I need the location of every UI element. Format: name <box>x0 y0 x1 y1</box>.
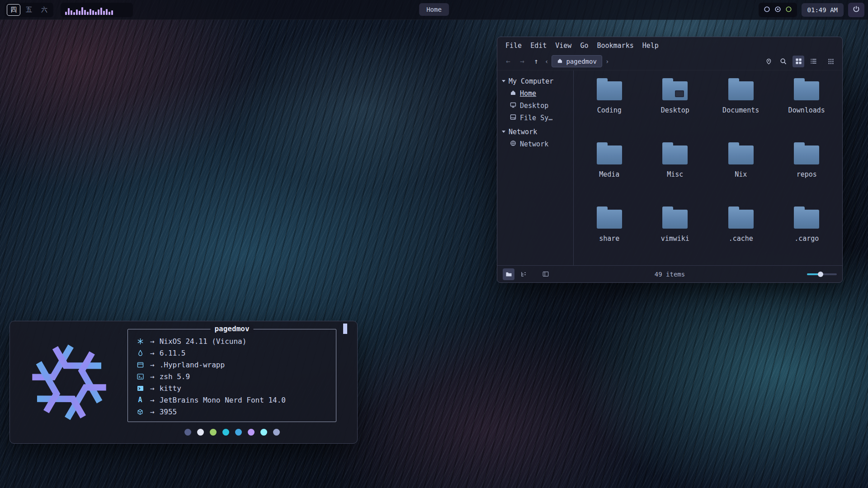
tray-icon-2[interactable] <box>774 6 781 14</box>
palette-dot <box>210 429 217 436</box>
menu-go[interactable]: Go <box>580 42 588 51</box>
folder-item-media[interactable]: Media <box>576 139 642 203</box>
fetch-value: NixOS 24.11 (Vicuna) <box>160 337 247 346</box>
folder-item-cargo[interactable]: .cargo <box>774 203 840 267</box>
visualizer-bar <box>106 9 108 15</box>
folder-label: share <box>599 235 619 243</box>
folder-icon <box>597 145 622 164</box>
folder-icon <box>662 210 688 229</box>
location-pin-button[interactable] <box>763 56 774 67</box>
file-manager-window: File Edit View Go Bookmarks Help ← → ↑ ‹… <box>497 37 843 283</box>
audio-visualizer <box>61 3 133 17</box>
visualizer-bar <box>65 12 67 15</box>
sidebar-item-desktop[interactable]: Desktop <box>502 99 573 112</box>
folder-item-repos[interactable]: repos <box>774 139 840 203</box>
menu-file[interactable]: File <box>505 42 522 51</box>
tray-icon-1[interactable] <box>764 6 770 14</box>
shell-icon <box>135 374 145 380</box>
folder-item-misc[interactable]: Misc <box>642 139 708 203</box>
sidebar-section-my-computer[interactable]: My Computer <box>502 75 573 87</box>
fetch-arrow: → <box>150 337 155 346</box>
home-icon <box>510 89 516 98</box>
terminal-cursor <box>343 324 347 334</box>
tree-view-button[interactable] <box>518 268 529 280</box>
power-icon <box>853 5 860 14</box>
power-button[interactable] <box>848 3 864 17</box>
apps-grid-button[interactable] <box>825 56 837 67</box>
menu-bookmarks[interactable]: Bookmarks <box>597 42 633 51</box>
folder-item-documents[interactable]: Documents <box>708 75 774 139</box>
status-bar: 49 items <box>497 265 842 282</box>
color-palette <box>127 429 336 436</box>
palette-dot <box>248 429 255 436</box>
sidebar-item-filesystem[interactable]: File Sy… <box>502 112 573 124</box>
package-icon <box>135 408 145 415</box>
folder-label: Nix <box>735 170 747 178</box>
sidebar-item-network[interactable]: Network <box>502 138 573 150</box>
workspace-2[interactable]: 五 <box>22 4 36 16</box>
workspace-1[interactable]: 四 <box>7 4 20 16</box>
visualizer-bar <box>95 12 97 15</box>
fetch-value: zsh 5.9 <box>160 372 190 381</box>
path-scroll-left-icon[interactable]: ‹ <box>545 58 548 65</box>
zoom-slider[interactable] <box>807 273 837 275</box>
path-bar[interactable]: pagedmov <box>552 55 602 67</box>
folder-icon <box>597 81 622 100</box>
tray-icon-3[interactable] <box>785 6 792 14</box>
visualizer-bar <box>76 9 78 15</box>
forward-button[interactable]: → <box>517 57 528 66</box>
visualizer-bar <box>98 9 99 15</box>
folder-item-desktop[interactable]: Desktop <box>642 75 708 139</box>
workspace-3[interactable]: 六 <box>38 4 51 16</box>
visualizer-bar <box>84 10 86 15</box>
folder-label: Documents <box>722 106 759 114</box>
folder-label: repos <box>797 170 817 178</box>
folder-icon <box>794 210 819 229</box>
icon-view-button[interactable] <box>793 56 804 67</box>
window-manager-icon <box>135 362 145 368</box>
fetch-arrow: → <box>150 372 155 381</box>
side-pane-toggle-button[interactable] <box>540 268 552 280</box>
menu-view[interactable]: View <box>555 42 571 51</box>
search-button[interactable] <box>778 56 789 67</box>
top-bar-center: Home <box>419 3 449 16</box>
fastfetch-output: pagedmov → NixOS 24.11 (Vicuna) → 6.11.5 <box>127 329 336 436</box>
path-scroll-right-icon[interactable]: › <box>605 58 609 65</box>
monitor-icon <box>510 102 516 110</box>
sidebar-section-network[interactable]: Network <box>502 126 573 138</box>
folder-icon <box>662 145 688 164</box>
folder-item-coding[interactable]: Coding <box>576 75 642 139</box>
folder-label: Downloads <box>788 106 825 114</box>
menu-edit[interactable]: Edit <box>530 42 547 51</box>
folder-label: Misc <box>667 170 683 178</box>
folder-item-nix[interactable]: Nix <box>708 139 774 203</box>
sidebar-item-label: Desktop <box>520 102 548 110</box>
nixos-logo <box>26 339 112 425</box>
menu-bar: File Edit View Go Bookmarks Help <box>497 37 842 52</box>
palette-dot <box>197 429 204 436</box>
show-folders-button[interactable] <box>503 268 514 280</box>
sidebar-item-home[interactable]: Home <box>502 87 573 99</box>
zoom-slider-knob[interactable] <box>818 272 823 277</box>
collapse-triangle-icon <box>502 80 505 82</box>
nixos-icon <box>135 338 145 345</box>
menu-help[interactable]: Help <box>642 42 659 51</box>
fetch-line-packages: → 3955 <box>135 406 329 418</box>
visualizer-bar <box>103 11 105 15</box>
active-window-title[interactable]: Home <box>419 3 449 16</box>
visualizer-bar <box>87 12 89 15</box>
fetch-line-terminal: → kitty <box>135 382 329 394</box>
back-button[interactable]: ← <box>503 57 514 66</box>
up-button[interactable]: ↑ <box>531 57 542 66</box>
folder-item-share[interactable]: share <box>576 203 642 267</box>
list-view-button[interactable] <box>807 56 819 67</box>
folder-item-cache[interactable]: .cache <box>708 203 774 267</box>
folder-label: .cache <box>729 235 753 243</box>
folder-item-vimwiki[interactable]: vimwiki <box>642 203 708 267</box>
folder-item-downloads[interactable]: Downloads <box>774 75 840 139</box>
folder-icon <box>662 81 688 100</box>
palette-dot <box>273 429 280 436</box>
palette-dot <box>235 429 242 436</box>
fetch-line-font: A → JetBrains Mono Nerd Font 14.0 <box>135 394 329 406</box>
clock[interactable]: 01:49 AM <box>802 3 844 17</box>
